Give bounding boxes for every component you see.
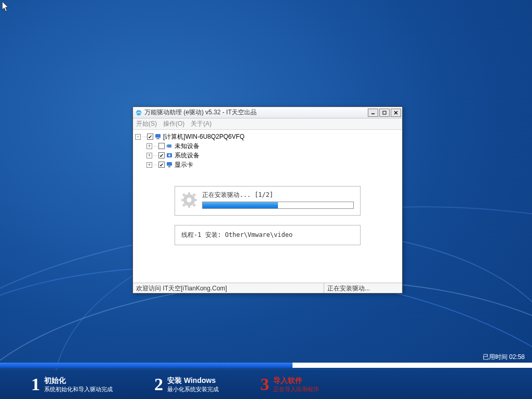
- expand-icon[interactable]: +: [147, 143, 152, 149]
- device-tree: −⋯ ✔ [计算机]WIN-6U8Q2PQ6VFQ +⋯ 未知设备 +⋯ ✔ 系…: [133, 130, 402, 170]
- checkbox[interactable]: [158, 143, 165, 149]
- close-button[interactable]: [391, 109, 401, 117]
- step-title: 初始化: [44, 376, 113, 385]
- step-subtitle: 最小化系统安装完成: [167, 385, 219, 393]
- svg-rect-11: [167, 162, 172, 166]
- statusbar: 欢迎访问 IT天空[iTianKong.Com] 正在安装驱动...: [133, 283, 402, 293]
- tree-label: [计算机]WIN-6U8Q2PQ6VFQ: [163, 132, 245, 141]
- svg-rect-18: [194, 199, 197, 201]
- install-progress-track: [0, 363, 532, 368]
- display-icon: [166, 161, 173, 168]
- step-2: 2 安装 Windows 最小化系统安装完成: [154, 376, 219, 393]
- progress-panel: 正在安装驱动... [1/2]: [175, 186, 361, 216]
- progress-bar: [202, 202, 354, 209]
- svg-point-14: [187, 197, 191, 202]
- step-subtitle: 正在导入应用程序: [273, 385, 319, 393]
- svg-rect-12: [168, 166, 170, 167]
- driver-installer-window: 万能驱动助理 (e驱动) v5.32 - IT天空出品 开始(S) 操作(O) …: [132, 107, 403, 294]
- checkbox[interactable]: ✔: [158, 152, 165, 158]
- install-progress-fill: [0, 363, 292, 368]
- tree-item[interactable]: +⋯ ✔ 系统设备: [135, 151, 400, 160]
- checkbox[interactable]: ✔: [158, 162, 165, 168]
- app-icon: [135, 109, 142, 116]
- expand-icon[interactable]: +: [147, 162, 152, 168]
- progress-fill: [203, 202, 278, 208]
- tree-label: 未知设备: [175, 142, 200, 151]
- minimize-button[interactable]: [368, 109, 378, 117]
- device-icon: [166, 142, 173, 150]
- step-title: 安装 Windows: [167, 376, 219, 385]
- svg-rect-2: [383, 111, 386, 114]
- svg-rect-7: [167, 144, 171, 148]
- computer-icon: [154, 133, 162, 140]
- svg-rect-17: [181, 199, 184, 201]
- svg-rect-5: [155, 134, 161, 138]
- tree-label: 显示卡: [175, 161, 193, 169]
- window-title: 万能驱动助理 (e驱动) v5.32 - IT天空出品: [144, 108, 367, 117]
- tree-root[interactable]: −⋯ ✔ [计算机]WIN-6U8Q2PQ6VFQ: [135, 132, 400, 141]
- tree-item[interactable]: +⋯ ✔ 显示卡: [135, 160, 400, 169]
- expand-icon[interactable]: +: [147, 153, 152, 158]
- step-number: 2: [154, 376, 163, 393]
- step-title: 导入软件: [273, 376, 319, 385]
- progress-label: 正在安装驱动... [1/2]: [202, 191, 354, 200]
- step-number: 1: [31, 376, 40, 393]
- tree-item[interactable]: +⋯ 未知设备: [135, 141, 400, 151]
- step-number: 3: [260, 376, 269, 393]
- checkbox[interactable]: ✔: [147, 134, 153, 140]
- gear-icon: [181, 192, 197, 208]
- menu-about[interactable]: 关于(A): [191, 119, 211, 128]
- status-right: 正在安装驱动...: [324, 283, 402, 293]
- svg-rect-6: [156, 138, 159, 139]
- maximize-button[interactable]: [379, 109, 390, 117]
- svg-rect-16: [188, 205, 190, 208]
- collapse-icon[interactable]: −: [135, 134, 141, 140]
- tree-label: 系统设备: [175, 151, 200, 160]
- elapsed-time: 已用时间 02:58: [483, 353, 525, 362]
- device-icon: [166, 152, 173, 159]
- svg-rect-8: [166, 145, 167, 147]
- step-1: 1 初始化 系统初始化和导入驱动完成: [31, 376, 113, 393]
- cursor-icon: [2, 2, 10, 14]
- svg-rect-15: [188, 192, 190, 195]
- thread-status: 线程-1 安装: Other\Vmware\video: [175, 225, 361, 245]
- install-steps: 1 初始化 系统初始化和导入驱动完成 2 安装 Windows 最小化系统安装完…: [0, 370, 532, 399]
- menu-start[interactable]: 开始(S): [136, 119, 157, 128]
- menu-operate[interactable]: 操作(O): [163, 119, 184, 128]
- menubar: 开始(S) 操作(O) 关于(A): [133, 118, 402, 130]
- status-left: 欢迎访问 IT天空[iTianKong.Com]: [133, 283, 324, 293]
- svg-point-0: [136, 110, 142, 115]
- step-subtitle: 系统初始化和导入驱动完成: [44, 385, 113, 393]
- titlebar[interactable]: 万能驱动助理 (e驱动) v5.32 - IT天空出品: [133, 107, 402, 118]
- step-3-active: 3 导入软件 正在导入应用程序: [260, 376, 319, 393]
- svg-point-10: [168, 154, 170, 156]
